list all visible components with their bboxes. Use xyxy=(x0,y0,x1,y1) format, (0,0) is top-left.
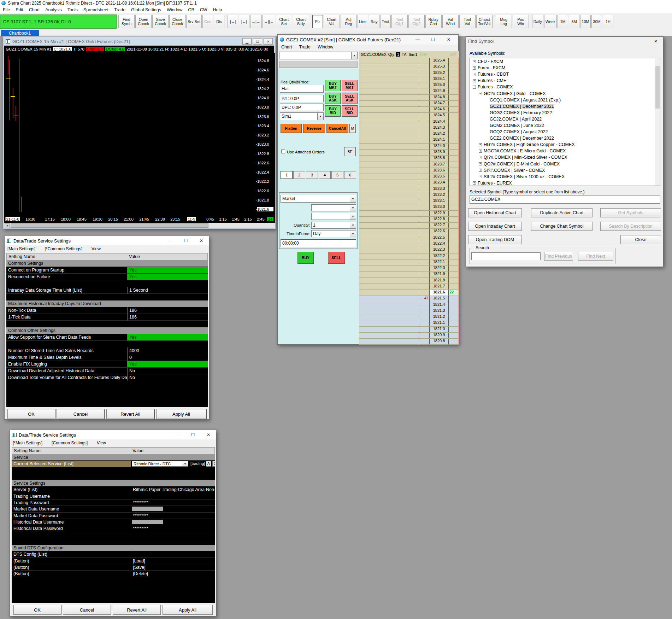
chart-horizontal-scrollbar[interactable]: ◄ xyxy=(4,223,275,228)
selected-symbol-input[interactable]: GCZ1.COMEX xyxy=(470,195,660,204)
ladder-buy-cell[interactable] xyxy=(419,174,429,180)
maximize-icon[interactable]: ☐ xyxy=(181,238,191,244)
setting-value[interactable]: 4000 xyxy=(128,348,208,354)
toolbar-button-cmpct-toolval[interactable]: Cmpct ToolVal xyxy=(476,15,493,28)
tree-item-futures[interactable]: +Futures - CME xyxy=(470,77,660,84)
ladder-sell-cell[interactable] xyxy=(448,76,459,82)
apply-all-button[interactable]: Apply All xyxy=(156,409,206,419)
ladder-buy-cell[interactable] xyxy=(419,95,429,100)
scroll-left-icon[interactable]: ◄ xyxy=(5,223,10,228)
ladder-sell-cell[interactable] xyxy=(448,320,459,326)
ladder-sell-cell[interactable] xyxy=(448,247,459,253)
ladder-buy-cell[interactable] xyxy=(419,107,429,112)
menu-help[interactable]: Help xyxy=(210,7,225,13)
toolbar-button-30m[interactable]: 30M xyxy=(591,15,602,28)
tree-item-gcj2-comex[interactable]: GCJ2.COMEX | April 2022 xyxy=(470,116,660,122)
tab-chartbook1[interactable]: Chartbook1 xyxy=(1,30,39,36)
toolbar-button-chart-val[interactable]: Chart Val xyxy=(324,15,340,28)
toolbar-button-5m[interactable]: 5M xyxy=(569,15,579,28)
time-field[interactable]: 00:00:00 xyxy=(281,239,356,247)
expand-icon[interactable]: + xyxy=(473,60,476,63)
menu-chart[interactable]: Chart xyxy=(26,7,43,13)
expand-icon[interactable]: + xyxy=(479,150,482,153)
ladder-buy-cell[interactable] xyxy=(419,131,429,137)
menu-file[interactable]: File xyxy=(0,7,13,13)
ladder-buy-cell[interactable] xyxy=(419,278,429,284)
service-combo[interactable]: Rithmic Direct - DTC▼ xyxy=(132,461,188,467)
setting-value[interactable]: Yes xyxy=(128,274,208,280)
dom-menu-window[interactable]: Window xyxy=(314,45,337,51)
search-input[interactable] xyxy=(471,252,541,260)
buy-market-button[interactable]: BUY MKT xyxy=(325,80,341,91)
ladder-buy-cell[interactable] xyxy=(419,339,429,344)
ladder-buy-cell[interactable] xyxy=(419,70,429,76)
ladder-buy-cell[interactable] xyxy=(419,192,429,198)
ladder-buy-cell[interactable] xyxy=(419,119,429,125)
minimize-icon[interactable]: — xyxy=(412,36,423,43)
toolbar-button-line[interactable]: Line xyxy=(358,15,368,28)
toolbar-button-close-cbook[interactable]: Close Cbook xyxy=(169,15,185,28)
open-trading-dom-button[interactable]: Open Trading DOM xyxy=(468,235,522,244)
dom-titlebar[interactable]: GCZ1.COMEX #2 [Sim] | COMEX Gold Futures… xyxy=(278,35,458,45)
close-icon[interactable]: ✕ xyxy=(203,432,214,438)
ok-button[interactable]: OK xyxy=(7,409,55,419)
tree-item-gcg2-comex[interactable]: GCG2.COMEX | February 2022 xyxy=(470,110,660,116)
ladder-buy-cell[interactable]: 47 xyxy=(419,296,429,302)
close-icon[interactable]: ✕ xyxy=(443,36,454,43)
ladder-sell-cell[interactable] xyxy=(448,107,459,112)
toolbar-button-chart-stdy[interactable]: Chart Stdy xyxy=(293,15,309,28)
ladder-buy-cell[interactable] xyxy=(419,162,429,168)
ladder-buy-cell[interactable] xyxy=(419,168,429,174)
settings-titlebar[interactable]: Data/Trade Service Settings — ☐ ✕ xyxy=(10,430,216,439)
change-chart-symbol-button[interactable]: Change Chart Symbol xyxy=(531,222,593,231)
revert-all-button[interactable]: Revert All xyxy=(106,409,154,419)
expand-icon[interactable]: + xyxy=(479,156,482,159)
expand-icon[interactable]: + xyxy=(479,143,482,146)
ladder-sell-cell[interactable] xyxy=(448,113,459,118)
toolbar-button-chart-set[interactable]: Chart Set xyxy=(276,15,292,28)
ladder-buy-cell[interactable] xyxy=(419,150,429,155)
menu-window[interactable]: Window xyxy=(164,7,185,13)
expand-icon[interactable]: + xyxy=(473,181,476,185)
ladder-sell-cell[interactable] xyxy=(448,64,459,70)
qty-preset-2[interactable]: 2 xyxy=(293,171,305,179)
settings-menu-view[interactable]: View xyxy=(97,440,106,445)
ladder-sell-cell[interactable] xyxy=(448,278,459,284)
ladder-sell-cell[interactable] xyxy=(448,271,459,277)
ladder-buy-cell[interactable] xyxy=(419,333,429,338)
menu-global-settings[interactable]: Global Settings xyxy=(128,7,164,13)
ladder-buy-cell[interactable] xyxy=(419,290,429,296)
menu-trade[interactable]: Trade xyxy=(111,7,128,13)
menu-analysis[interactable]: Analysis xyxy=(42,7,65,13)
ladder-sell-cell[interactable] xyxy=(448,95,459,100)
ladder-sell-cell[interactable] xyxy=(448,302,459,308)
bar-spacing-decrease-icon[interactable]: |↔| xyxy=(239,15,249,28)
tree-item-mgc-comex[interactable]: +MGC?#.COMEX | E-Micro Gold - COMEX xyxy=(470,148,660,154)
open-intraday-chart-button[interactable]: Open Intraday Chart xyxy=(468,222,522,231)
dom-menu-chart[interactable]: Chart xyxy=(278,45,296,51)
ladder-sell-cell[interactable] xyxy=(448,253,459,259)
ladder-buy-cell[interactable] xyxy=(419,113,429,118)
setting-value[interactable]: 186 xyxy=(128,307,208,314)
menu-edit[interactable]: Edit xyxy=(13,7,26,13)
scrollbar-thumb[interactable] xyxy=(655,66,660,109)
ladder-sell-cell[interactable] xyxy=(448,131,459,137)
toolbar-button-1h[interactable]: 1H xyxy=(603,15,613,28)
reverse-button[interactable]: Reverse xyxy=(303,124,325,133)
collapse-icon[interactable]: − xyxy=(479,92,482,95)
m-button[interactable]: M xyxy=(349,124,356,133)
expand-icon[interactable]: + xyxy=(479,162,482,165)
settings-menu-main-settings[interactable]: [Main Settings] xyxy=(7,246,35,251)
expand-icon[interactable]: + xyxy=(473,73,476,76)
menu-cw[interactable]: CW xyxy=(197,7,210,13)
tree-scrollbar[interactable] xyxy=(655,58,660,186)
setting-value[interactable]: Yes xyxy=(128,334,208,341)
ladder-sell-cell[interactable] xyxy=(448,241,459,247)
setting-value[interactable]: 0 xyxy=(128,354,208,361)
toolbar-button-msg-log[interactable]: Msg Log xyxy=(496,15,512,28)
chevron-down-icon[interactable]: ▼ xyxy=(350,222,356,228)
ladder-buy-cell[interactable] xyxy=(419,302,429,308)
close-icon[interactable]: ✕ xyxy=(196,238,207,244)
toolbar-button-ptr[interactable]: Ptr xyxy=(312,15,323,28)
ladder-buy-cell[interactable] xyxy=(419,223,429,228)
